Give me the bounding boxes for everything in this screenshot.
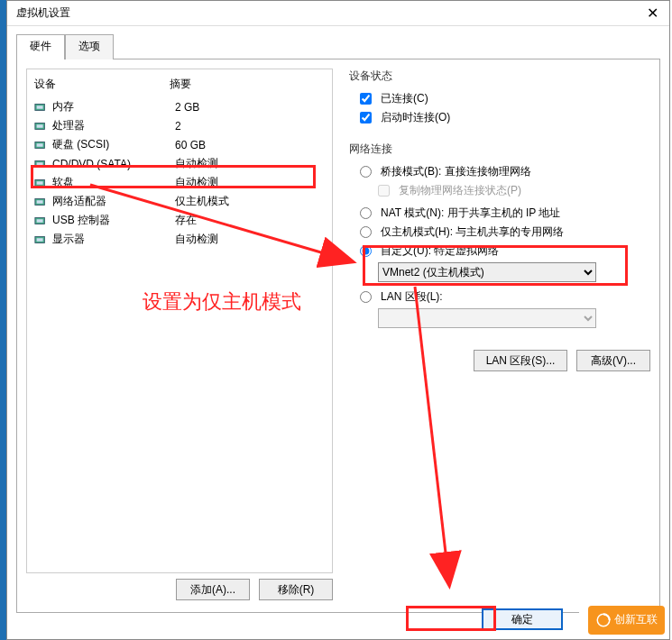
device-icon [34, 197, 47, 207]
vm-settings-dialog: 虚拟机设置 ✕ 硬件 选项 设备 摘要 内存2 GB处理器2硬盘 (SCSI)6… [6, 0, 670, 640]
device-summary: 自动检测 [175, 232, 218, 247]
device-name: USB 控制器 [52, 213, 170, 228]
svg-rect-9 [37, 181, 43, 185]
svg-rect-13 [37, 219, 43, 223]
device-icon [34, 178, 47, 188]
device-name: 硬盘 (SCSI) [52, 137, 170, 152]
device-name: CD/DVD (SATA) [52, 158, 170, 170]
device-name: 内存 [52, 99, 170, 114]
device-row-6[interactable]: USB 控制器存在 [27, 211, 332, 230]
device-summary: 自动检测 [175, 175, 218, 190]
device-icon [34, 215, 47, 226]
device-row-7[interactable]: 显示器自动检测 [27, 230, 332, 249]
tab-strip: 硬件 选项 [16, 33, 669, 59]
lan-segment-select [378, 308, 596, 328]
vmnet-select[interactable]: VMnet2 (仅主机模式) [378, 262, 596, 282]
connected-input[interactable] [360, 93, 372, 105]
connect-at-poweron-input[interactable] [360, 112, 372, 123]
main-panel: 设备 摘要 内存2 GB处理器2硬盘 (SCSI)60 GBCD/DVD (SA… [16, 59, 660, 613]
advanced-button[interactable]: 高级(V)... [576, 350, 650, 371]
svg-rect-1 [37, 105, 43, 109]
col-summary: 摘要 [170, 77, 191, 92]
device-row-3[interactable]: CD/DVD (SATA)自动检测 [27, 154, 332, 173]
device-summary: 自动检测 [175, 156, 218, 171]
device-summary: 60 GB [175, 139, 206, 151]
svg-rect-3 [37, 124, 43, 128]
device-name: 软盘 [52, 175, 170, 190]
connect-at-poweron-checkbox[interactable]: 启动时连接(O) [360, 110, 647, 125]
remove-button[interactable]: 移除(R) [259, 579, 333, 600]
svg-rect-15 [37, 238, 43, 242]
lan-segments-button[interactable]: LAN 区段(S)... [474, 350, 567, 371]
device-name: 显示器 [52, 232, 170, 247]
status-title: 设备状态 [345, 69, 650, 84]
svg-rect-11 [37, 200, 43, 204]
tab-hardware[interactable]: 硬件 [16, 34, 65, 59]
ok-button[interactable]: 确定 [482, 608, 563, 630]
connected-checkbox[interactable]: 已连接(C) [360, 91, 647, 106]
replicate-checkbox: 复制物理网络连接状态(P) [378, 183, 647, 198]
device-summary: 2 [175, 120, 181, 133]
device-list: 设备 摘要 内存2 GB处理器2硬盘 (SCSI)60 GBCD/DVD (SA… [26, 69, 333, 573]
svg-rect-7 [37, 162, 43, 166]
device-row-5[interactable]: 网络适配器仅主机模式 [27, 192, 332, 211]
col-device: 设备 [34, 77, 170, 92]
add-button[interactable]: 添加(A)... [176, 579, 250, 600]
device-row-1[interactable]: 处理器2 [27, 116, 332, 135]
tab-options[interactable]: 选项 [65, 34, 114, 59]
watermark-logo: 创新互联 [588, 606, 665, 635]
device-summary: 仅主机模式 [175, 194, 229, 209]
device-summary: 存在 [175, 213, 197, 228]
device-icon [34, 140, 47, 151]
window-title: 虚拟机设置 [16, 5, 70, 21]
bridged-radio[interactable]: 桥接模式(B): 直接连接物理网络 [360, 164, 647, 179]
device-row-0[interactable]: 内存2 GB [27, 97, 332, 116]
net-title: 网络连接 [345, 142, 650, 157]
close-icon[interactable]: ✕ [641, 5, 664, 22]
custom-radio[interactable]: 自定义(U): 特定虚拟网络 [360, 243, 647, 259]
lan-segment-radio[interactable]: LAN 区段(L): [360, 289, 647, 305]
device-icon [34, 159, 47, 169]
device-name: 处理器 [52, 118, 170, 133]
device-icon [34, 102, 47, 113]
device-status-group: 设备状态 已连接(C) 启动时连接(O) [345, 69, 650, 133]
device-summary: 2 GB [175, 101, 199, 114]
device-row-4[interactable]: 软盘自动检测 [27, 173, 332, 192]
device-icon [34, 234, 47, 245]
device-name: 网络适配器 [52, 194, 170, 209]
titlebar: 虚拟机设置 ✕ [7, 1, 669, 26]
device-icon [34, 121, 47, 132]
network-connection-group: 网络连接 桥接模式(B): 直接连接物理网络 复制物理网络连接状态(P) NAT… [345, 142, 650, 371]
device-row-2[interactable]: 硬盘 (SCSI)60 GB [27, 135, 332, 154]
svg-rect-5 [37, 143, 43, 147]
hostonly-radio[interactable]: 仅主机模式(H): 与主机共享的专用网络 [360, 224, 647, 240]
nat-radio[interactable]: NAT 模式(N): 用于共享主机的 IP 地址 [360, 206, 647, 221]
